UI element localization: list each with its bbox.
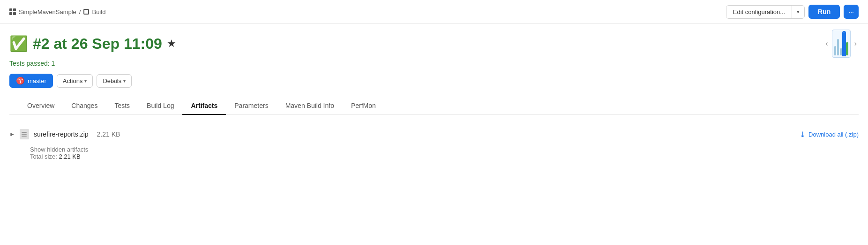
branch-icon: ♈ [16, 77, 25, 85]
build-number: #2 at 26 Sep 11:09 [33, 35, 162, 53]
file-icon [20, 129, 29, 139]
tab-changes[interactable]: Changes [63, 97, 106, 115]
tab-navigation: Overview Changes Tests Build Log Artifac… [9, 97, 859, 115]
total-size: Total size: 2.21 KB [30, 153, 859, 160]
chart-nav: ‹ › [823, 30, 859, 58]
chart-next-button[interactable]: › [853, 39, 859, 48]
details-label: Details [103, 77, 121, 84]
breadcrumb-page: Build [92, 8, 105, 15]
artifact-meta: Show hidden artifacts Total size: 2.21 K… [9, 144, 859, 160]
actions-label: Actions [63, 77, 83, 84]
total-size-label: Total size: [30, 153, 57, 160]
content-area: ► surefire-reports.zip 2.21 KB ⤓ Downloa… [0, 115, 868, 169]
actions-button[interactable]: Actions ▾ [57, 74, 93, 88]
success-check-icon: ✅ [9, 36, 28, 51]
chart-bar-selected [843, 32, 845, 55]
top-bar: SimpleMavenSample / Build Edit configura… [0, 0, 868, 24]
header-section: ✅ #2 at 26 Sep 11:09 ★ ‹ › Tests passed:… [0, 24, 868, 115]
chart-prev-button[interactable]: ‹ [823, 39, 830, 48]
project-icon [9, 8, 16, 15]
expand-arrow-icon[interactable]: ► [9, 131, 15, 138]
download-all-label: Download all (.zip) [808, 131, 859, 138]
tab-parameters[interactable]: Parameters [226, 97, 277, 115]
edit-config-label[interactable]: Edit configuration... [726, 6, 792, 18]
star-icon[interactable]: ★ [167, 38, 176, 50]
master-label: master [28, 77, 46, 84]
tab-artifacts[interactable]: Artifacts [182, 97, 226, 115]
tests-passed: Tests passed: 1 [9, 60, 859, 67]
chart-bar-3 [840, 48, 842, 55]
details-chevron-icon: ▾ [123, 78, 126, 84]
actions-chevron-icon: ▾ [84, 78, 87, 84]
chart-bar-2 [837, 39, 839, 55]
action-buttons: ♈ master Actions ▾ Details ▾ [9, 74, 859, 88]
build-icon [83, 9, 89, 15]
master-button[interactable]: ♈ master [9, 74, 53, 88]
tab-maven-build-info[interactable]: Maven Build Info [277, 97, 343, 115]
zip-file-icon [20, 129, 29, 139]
run-button[interactable]: Run [808, 5, 840, 19]
artifact-filename[interactable]: surefire-reports.zip [34, 130, 89, 138]
chart-bar-5 [846, 42, 848, 55]
build-title: ✅ #2 at 26 Sep 11:09 ★ ‹ › [9, 30, 859, 58]
artifact-filesize: 2.21 KB [97, 130, 120, 138]
show-hidden-artifacts[interactable]: Show hidden artifacts [30, 146, 859, 153]
breadcrumb: SimpleMavenSample / Build [9, 8, 105, 15]
more-button[interactable]: ··· [844, 5, 859, 19]
tab-tests[interactable]: Tests [106, 97, 138, 115]
download-icon: ⤓ [800, 130, 806, 139]
artifact-row: ► surefire-reports.zip 2.21 KB ⤓ Downloa… [9, 124, 859, 144]
tab-perfmon[interactable]: PerfMon [343, 97, 384, 115]
tab-build-log[interactable]: Build Log [138, 97, 182, 115]
edit-config-chevron-icon[interactable]: ▾ [792, 6, 804, 18]
total-size-value: 2.21 KB [59, 153, 80, 160]
chart-bar-1 [834, 46, 836, 55]
download-all-button[interactable]: ⤓ Download all (.zip) [800, 130, 859, 139]
breadcrumb-separator: / [79, 8, 81, 15]
edit-config-button[interactable]: Edit configuration... ▾ [726, 5, 805, 19]
artifact-left: ► surefire-reports.zip 2.21 KB [9, 129, 120, 139]
mini-bar-chart [832, 30, 851, 58]
top-actions: Edit configuration... ▾ Run ··· [726, 5, 859, 19]
details-button[interactable]: Details ▾ [97, 74, 132, 88]
grid-icon [9, 8, 16, 15]
tab-overview[interactable]: Overview [19, 97, 63, 115]
breadcrumb-project[interactable]: SimpleMavenSample [19, 8, 76, 15]
